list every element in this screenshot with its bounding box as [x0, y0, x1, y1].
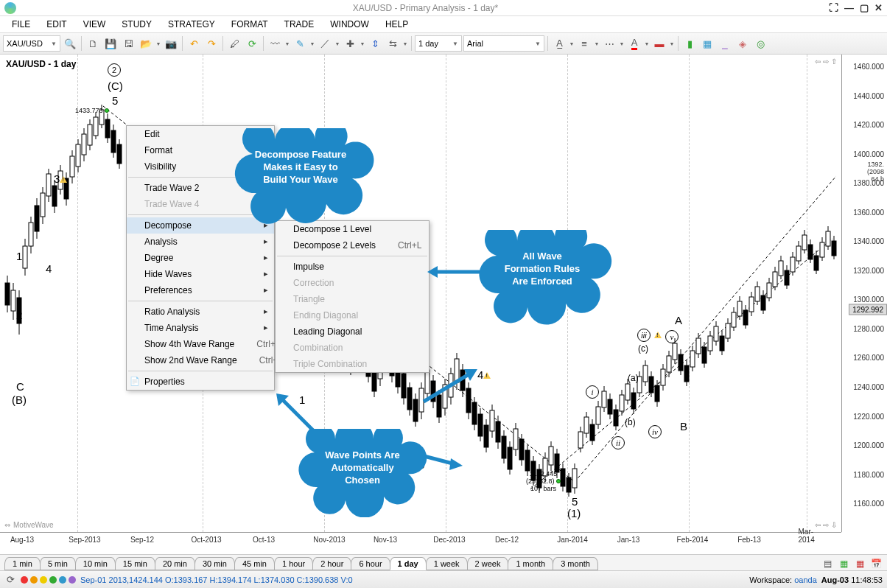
- text-color-icon[interactable]: A: [626, 35, 642, 52]
- minimize-icon[interactable]: —: [844, 2, 854, 13]
- chart-area[interactable]: XAU/USD - 1 day ⇦ ⇨ ⇧ ⇦ ⇨ ⇩ ⇔MotiveWave: [0, 55, 887, 554]
- menu-item[interactable]: Ratio Analysis: [127, 304, 274, 320]
- menu-item[interactable]: Decompose 2 LevelsCtrl+L: [276, 237, 429, 253]
- menu-item[interactable]: Analysis: [127, 234, 274, 250]
- menu-edit[interactable]: EDIT: [39, 17, 74, 32]
- camera-icon[interactable]: 📷: [163, 35, 179, 52]
- new-icon[interactable]: 🗋: [85, 35, 101, 52]
- menu-item[interactable]: Preferences: [127, 282, 274, 298]
- price-axis[interactable]: 1460.000 1440.000 1420.000 1400.000 1380…: [841, 55, 887, 532]
- svg-rect-136: [549, 447, 553, 465]
- undo-icon[interactable]: ↶: [186, 35, 202, 52]
- menu-trade[interactable]: TRADE: [277, 17, 322, 32]
- low-point-label: 1182.445(25132.8) 107 bars: [526, 471, 561, 493]
- wave-dd-icon[interactable]: ▼: [284, 35, 290, 52]
- timeframe-tab[interactable]: 15 min: [115, 557, 155, 570]
- marker-tool-icon[interactable]: ✎: [292, 35, 308, 52]
- refresh-icon[interactable]: ⟳: [4, 574, 16, 586]
- marker-dd-icon[interactable]: ▼: [309, 35, 315, 52]
- menu-help[interactable]: HELP: [378, 17, 416, 32]
- timeframe-tab[interactable]: 3 month: [553, 557, 598, 570]
- timeframe-select[interactable]: 1 day: [415, 35, 462, 52]
- svg-rect-88: [407, 388, 412, 410]
- wave-label: A: [675, 314, 682, 326]
- cross-dd-icon[interactable]: ▼: [360, 35, 365, 52]
- expand-v-icon[interactable]: ⇕: [367, 35, 383, 52]
- wave-label: iv: [648, 425, 662, 438]
- menu-file[interactable]: FILE: [4, 17, 38, 32]
- timeframe-tab[interactable]: 1 day: [390, 557, 427, 570]
- open-dropdown-icon[interactable]: ▼: [155, 35, 161, 52]
- menu-item[interactable]: 📄Properties: [127, 374, 274, 390]
- menu-item[interactable]: Show 2nd Wave RangeCtrl+2: [127, 352, 274, 368]
- save-all-icon[interactable]: 🖫: [120, 35, 136, 52]
- add-tab-icon[interactable]: ▦: [837, 557, 850, 570]
- layers-icon[interactable]: ▦: [699, 35, 715, 52]
- chart-nav-bottom[interactable]: ⇦ ⇨ ⇩: [815, 521, 837, 529]
- timeframe-tab[interactable]: 6 hour: [351, 557, 390, 570]
- timeframe-tab[interactable]: 45 min: [234, 557, 275, 570]
- line-tool-icon[interactable]: ／: [317, 35, 333, 52]
- fc-dd-icon[interactable]: ▼: [669, 35, 675, 52]
- symbol-select[interactable]: XAU/USD: [3, 35, 60, 52]
- timeframe-tab[interactable]: 30 min: [194, 557, 235, 570]
- menu-format[interactable]: FORMAT: [224, 17, 276, 32]
- line-weight-icon[interactable]: ≡: [576, 35, 592, 52]
- timeframe-tab[interactable]: 5 min: [40, 557, 76, 570]
- svg-rect-32: [88, 125, 92, 145]
- fullscreen-icon[interactable]: ⛶: [829, 2, 838, 13]
- font-size-dd-icon[interactable]: ▼: [569, 35, 575, 52]
- lw-dd-icon[interactable]: ▼: [594, 35, 600, 52]
- menu-item[interactable]: Degree: [127, 250, 274, 266]
- pattern-icon[interactable]: ◈: [735, 35, 751, 52]
- timeframe-tab[interactable]: 10 min: [75, 557, 116, 570]
- maximize-icon[interactable]: ▢: [860, 2, 869, 13]
- time-axis[interactable]: Aug-13 Sep-2013 Sep-12 Oct-2013 Oct-13 N…: [0, 532, 841, 554]
- timeframe-tab[interactable]: 2 hour: [312, 557, 351, 570]
- fill-color-icon[interactable]: ▬: [651, 35, 667, 52]
- tc-dd-icon[interactable]: ▼: [644, 35, 650, 52]
- line-style-icon[interactable]: ⋯: [601, 35, 617, 52]
- menu-item[interactable]: Show 4th Wave RangeCtrl+4: [127, 336, 274, 352]
- search-icon[interactable]: 🔍: [62, 35, 78, 52]
- menu-item[interactable]: Impulse: [276, 259, 429, 275]
- font-select[interactable]: Arial: [463, 35, 544, 52]
- timeframe-tab[interactable]: 2 week: [467, 557, 509, 570]
- target-icon[interactable]: ◎: [752, 35, 768, 52]
- menu-view[interactable]: VIEW: [76, 17, 113, 32]
- redo-icon[interactable]: ↷: [203, 35, 220, 52]
- menu-item[interactable]: Hide Waves: [127, 266, 274, 282]
- link-dd-icon[interactable]: ▼: [402, 35, 408, 52]
- link-icon[interactable]: ⇆: [385, 35, 401, 52]
- timeframe-tab[interactable]: 1 week: [426, 557, 468, 570]
- menu-item[interactable]: Time Analysis: [127, 320, 274, 336]
- timeframe-tab[interactable]: 1 min: [4, 557, 41, 570]
- list-icon[interactable]: ▤: [821, 557, 834, 570]
- save-icon[interactable]: 💾: [102, 35, 119, 52]
- price-tick: 1200.000: [853, 441, 884, 449]
- chart-type-icon[interactable]: ▮: [681, 35, 698, 52]
- remove-tab-icon[interactable]: ▦: [853, 557, 866, 570]
- open-icon[interactable]: 📂: [138, 35, 154, 52]
- font-size-icon[interactable]: A̲: [551, 35, 567, 52]
- timeframe-tab[interactable]: 1 month: [508, 557, 553, 570]
- svg-rect-152: [596, 407, 600, 424]
- cycle-icon[interactable]: ⟳: [244, 35, 260, 52]
- fib-icon[interactable]: ⎯: [717, 35, 733, 52]
- highlighter-icon[interactable]: 🖊: [226, 35, 242, 52]
- ls-dd-icon[interactable]: ▼: [619, 35, 625, 52]
- timeframe-tab[interactable]: 1 hour: [274, 557, 313, 570]
- calendar-icon[interactable]: 📅: [869, 557, 883, 570]
- chart-nav-top[interactable]: ⇦ ⇨ ⇧: [815, 57, 837, 66]
- close-icon[interactable]: ✕: [874, 2, 883, 13]
- wave-tool-icon[interactable]: 〰: [267, 35, 283, 52]
- svg-marker-240: [449, 458, 463, 470]
- menu-strategy[interactable]: STRATEGY: [161, 17, 222, 32]
- menu-item[interactable]: Leading Diagonal: [276, 323, 429, 340]
- cross-tool-icon[interactable]: ✚: [342, 35, 358, 52]
- menu-study[interactable]: STUDY: [114, 17, 159, 32]
- menu-window[interactable]: WINDOW: [323, 17, 376, 32]
- timeframe-tab[interactable]: 20 min: [155, 557, 195, 570]
- line-dd-icon[interactable]: ▼: [334, 35, 340, 52]
- status-bar: ⟳ Sep-01 2013,1424.144 O:1393.167 H:1394…: [0, 570, 887, 588]
